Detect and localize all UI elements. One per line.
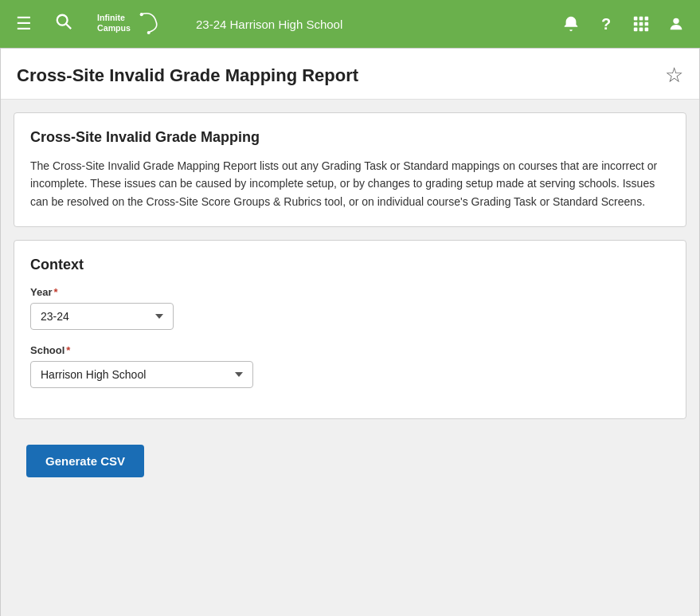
svg-point-4 (140, 13, 143, 16)
menu-icon: ☰ (16, 14, 32, 34)
svg-rect-11 (645, 22, 649, 26)
context-title: Context (30, 257, 670, 273)
search-icon (55, 13, 72, 35)
svg-line-1 (66, 24, 71, 29)
svg-rect-13 (639, 28, 643, 32)
top-navigation: ☰ Infinite Campus 23-24 Harrison High Sc… (0, 0, 700, 48)
year-select[interactable]: 23-24 22-23 21-22 (30, 303, 174, 330)
footer-area: Generate CSV (14, 432, 686, 490)
svg-point-15 (673, 18, 678, 24)
page-title: Cross-Site Invalid Grade Mapping Report (17, 65, 358, 86)
school-label: 23-24 Harrison High School (180, 18, 547, 31)
svg-rect-14 (645, 28, 649, 32)
nav-right-icons: ? (555, 8, 692, 40)
svg-rect-10 (639, 22, 643, 26)
school-required-star: * (66, 344, 70, 356)
page-header: Cross-Site Invalid Grade Mapping Report … (1, 49, 699, 100)
help-icon: ? (601, 15, 611, 33)
notifications-button[interactable] (555, 8, 587, 40)
svg-rect-12 (634, 28, 638, 32)
svg-rect-8 (645, 17, 649, 21)
svg-rect-9 (634, 22, 638, 26)
info-card-body: The Cross-Site Invalid Grade Mapping Rep… (30, 157, 670, 210)
search-button[interactable] (48, 8, 80, 40)
svg-point-0 (57, 15, 68, 26)
svg-text:Campus: Campus (97, 23, 131, 33)
menu-button[interactable]: ☰ (8, 8, 40, 40)
year-required-star: * (53, 286, 57, 298)
year-label: Year* (30, 286, 670, 298)
apps-button[interactable] (625, 8, 657, 40)
year-form-group: Year* 23-24 22-23 21-22 (30, 286, 670, 330)
help-button[interactable]: ? (590, 8, 622, 40)
context-card: Context Year* 23-24 22-23 21-22 School* … (14, 240, 686, 419)
svg-rect-7 (639, 17, 643, 21)
generate-csv-button[interactable]: Generate CSV (26, 445, 144, 477)
main-wrapper: Cross-Site Invalid Grade Mapping Report … (0, 48, 700, 616)
logo: Infinite Campus (88, 8, 172, 40)
svg-rect-6 (634, 17, 638, 21)
star-icon: ☆ (665, 63, 683, 87)
school-form-group: School* Harrison High School Other Schoo… (30, 344, 670, 388)
svg-text:Infinite: Infinite (97, 13, 125, 22)
info-card-title: Cross-Site Invalid Grade Mapping (30, 129, 670, 146)
user-button[interactable] (660, 8, 692, 40)
content-area: Cross-Site Invalid Grade Mapping The Cro… (1, 100, 699, 616)
school-select[interactable]: Harrison High School Other School (30, 361, 253, 388)
school-label: School* (30, 344, 670, 356)
favorite-button[interactable]: ☆ (665, 63, 683, 88)
svg-point-5 (147, 31, 151, 34)
info-card: Cross-Site Invalid Grade Mapping The Cro… (14, 112, 686, 227)
